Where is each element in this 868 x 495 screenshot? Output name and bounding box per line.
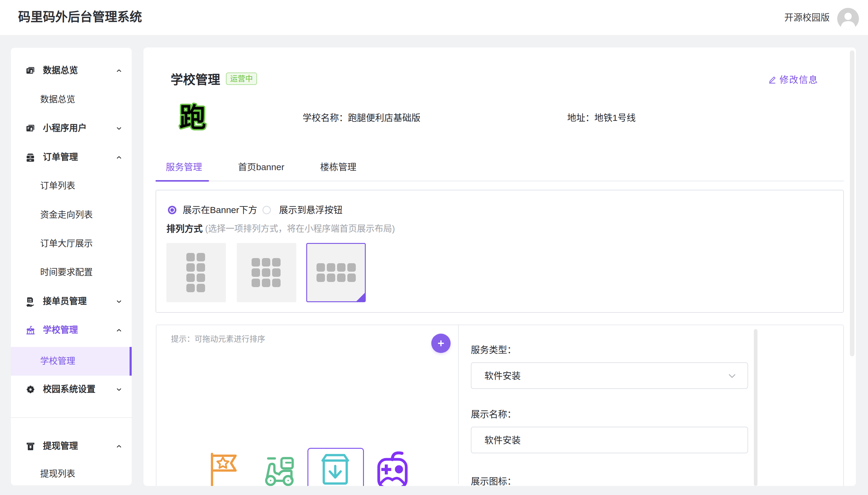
svg-text:跑: 跑 bbox=[179, 102, 206, 132]
